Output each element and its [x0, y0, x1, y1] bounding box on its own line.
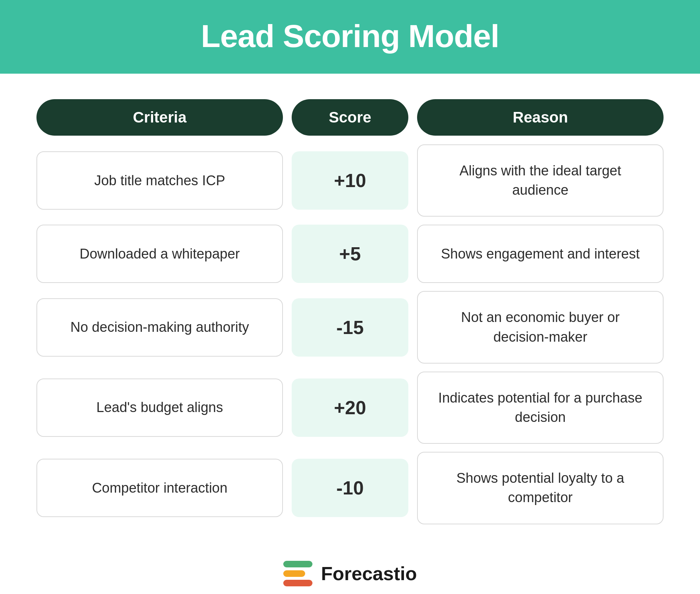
score-cell-4: +20: [292, 378, 408, 437]
reason-cell-2: Shows engagement and interest: [417, 225, 664, 283]
table-row: Downloaded a whitepaper +5 Shows engagem…: [36, 225, 664, 283]
table-row: Job title matches ICP +10 Aligns with th…: [36, 144, 664, 217]
table-header: Criteria Score Reason: [36, 99, 664, 136]
table-row: Lead's budget aligns +20 Indicates poten…: [36, 372, 664, 444]
reason-header: Reason: [417, 99, 664, 136]
criteria-cell-5: Competitor interaction: [36, 459, 283, 517]
criteria-cell-2: Downloaded a whitepaper: [36, 225, 283, 283]
criteria-header: Criteria: [36, 99, 283, 136]
logo-bar-green: [283, 561, 312, 567]
table-row: Competitor interaction -10 Shows potenti…: [36, 452, 664, 524]
table-rows: Job title matches ICP +10 Aligns with th…: [36, 144, 664, 524]
score-cell-1: +10: [292, 151, 408, 210]
score-cell-5: -10: [292, 459, 408, 517]
forecastio-logo-icon: [283, 561, 312, 586]
criteria-cell-4: Lead's budget aligns: [36, 378, 283, 437]
score-cell-3: -15: [292, 298, 408, 357]
criteria-cell-3: No decision-making authority: [36, 298, 283, 357]
score-header: Score: [292, 99, 408, 136]
page-header: Lead Scoring Model: [0, 0, 700, 74]
reason-cell-3: Not an economic buyer or decision-maker: [417, 291, 664, 363]
brand-name: Forecastio: [321, 563, 417, 585]
score-cell-2: +5: [292, 225, 408, 283]
reason-cell-4: Indicates potential for a purchase decis…: [417, 372, 664, 444]
reason-cell-1: Aligns with the ideal target audience: [417, 144, 664, 217]
criteria-cell-1: Job title matches ICP: [36, 151, 283, 210]
main-content: Criteria Score Reason Job title matches …: [0, 74, 700, 546]
footer: Forecastio: [0, 546, 700, 594]
page-title: Lead Scoring Model: [0, 18, 700, 55]
logo-bar-orange: [283, 570, 305, 577]
logo-bar-red: [283, 580, 312, 586]
reason-cell-5: Shows potential loyalty to a competitor: [417, 452, 664, 524]
table-row: No decision-making authority -15 Not an …: [36, 291, 664, 363]
